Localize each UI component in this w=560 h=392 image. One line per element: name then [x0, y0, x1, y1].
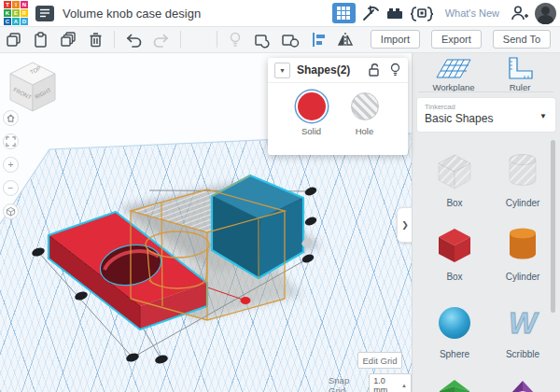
- dashboard-grid-button[interactable]: [332, 3, 356, 23]
- shape-tile-orange-cylinder[interactable]: Cylinder: [494, 224, 552, 282]
- red-handle: [241, 297, 251, 304]
- snap-grid-control: Snap Grid 1.0 mm▲: [329, 373, 412, 392]
- divider: [217, 31, 217, 48]
- invite-person-icon[interactable]: [510, 4, 530, 22]
- undo-button[interactable]: [124, 31, 143, 49]
- solid-color-dot[interactable]: [298, 92, 326, 120]
- fit-view-button[interactable]: [3, 133, 19, 149]
- align-button[interactable]: [310, 31, 327, 49]
- chevron-down-icon: ▲: [401, 383, 407, 388]
- bulb-icon[interactable]: [389, 63, 401, 77]
- snap-grid-label: Snap Grid: [329, 375, 365, 392]
- tinkercad-logo[interactable]: TIN KER CAD: [4, 1, 28, 25]
- shape-tile-hole-cylinder[interactable]: Cylinder: [494, 150, 552, 208]
- duplicate-button[interactable]: [59, 31, 77, 49]
- import-button[interactable]: Import: [371, 30, 420, 49]
- delete-button[interactable]: [87, 31, 105, 49]
- collapse-panel-button[interactable]: ❯: [397, 207, 412, 243]
- show-all-bulb-button[interactable]: [227, 31, 244, 49]
- group-button[interactable]: [253, 31, 272, 49]
- top-bar: TIN KER CAD Volume knob case design What…: [0, 0, 560, 27]
- shape-tile-purple-pyramid[interactable]: [494, 378, 552, 392]
- paste-button[interactable]: [32, 31, 49, 49]
- hole-swatch[interactable]: Hole: [351, 92, 379, 136]
- edit-grid-button[interactable]: Edit Grid: [357, 352, 402, 369]
- shape-library-select[interactable]: Tinkercad Basic Shapes ▼: [417, 98, 555, 132]
- library-name: Basic Shapes: [425, 112, 555, 125]
- page-title: Volume knob case design: [63, 7, 201, 21]
- divider: [418, 91, 553, 92]
- avatar[interactable]: [535, 3, 556, 24]
- zoom-in-button[interactable]: +: [3, 157, 19, 173]
- collapse-inspector-button[interactable]: ▼: [274, 63, 290, 78]
- send-to-button[interactable]: Send To: [493, 30, 551, 49]
- shape-tile-sphere[interactable]: Sphere: [426, 301, 483, 359]
- hole-pattern-dot[interactable]: [351, 92, 379, 120]
- ruler-button[interactable]: Ruler: [492, 56, 548, 92]
- copy-button[interactable]: [5, 31, 22, 49]
- whats-new-link[interactable]: What's New: [445, 7, 499, 19]
- codeblocks-icon[interactable]: [409, 5, 435, 21]
- snap-grid-select[interactable]: 1.0 mm▲: [369, 373, 412, 392]
- design-menu-icon[interactable]: [35, 6, 54, 21]
- view-cube[interactable]: TOP FRONT RIGHT: [6, 60, 60, 116]
- svg-text:W: W: [509, 306, 539, 340]
- library-kicker: Tinkercad: [425, 103, 555, 111]
- chevron-down-icon: ▼: [539, 112, 547, 120]
- shape-tile-green-roof[interactable]: [426, 378, 483, 392]
- workplane-button[interactable]: Workplane: [426, 56, 482, 92]
- panel-scrollbar[interactable]: [551, 140, 555, 313]
- home-view-button[interactable]: [3, 110, 19, 126]
- export-button[interactable]: Export: [431, 30, 482, 49]
- ruler-icon: [504, 56, 536, 80]
- workplane-icon: [435, 56, 472, 80]
- divider: [114, 31, 115, 48]
- pickaxe-icon[interactable]: [360, 4, 381, 22]
- solid-swatch[interactable]: Solid: [298, 92, 326, 136]
- perspective-toggle-button[interactable]: [3, 203, 19, 219]
- shape-library-panel: Workplane Ruler Tinkercad Basic Shapes ▼…: [412, 52, 560, 392]
- mirror-button[interactable]: [336, 31, 355, 49]
- shape-tile-scribble[interactable]: W Scribble: [494, 301, 552, 359]
- inspector-title: Shapes(2): [297, 63, 367, 77]
- shapes-inspector-panel: ▼ Shapes(2) Solid Hole: [268, 58, 408, 155]
- shape-tile-red-box[interactable]: Box: [426, 224, 483, 282]
- toolbar: Import Export Send To: [0, 26, 560, 53]
- ungroup-button[interactable]: [281, 31, 301, 49]
- redo-button[interactable]: [152, 31, 171, 49]
- zoom-out-button[interactable]: −: [3, 180, 19, 196]
- lock-icon[interactable]: [367, 63, 381, 77]
- divider: [180, 31, 181, 48]
- shape-tile-hole-box[interactable]: Box: [426, 150, 483, 208]
- brick-icon[interactable]: [385, 5, 404, 21]
- grid-icon: [337, 7, 350, 20]
